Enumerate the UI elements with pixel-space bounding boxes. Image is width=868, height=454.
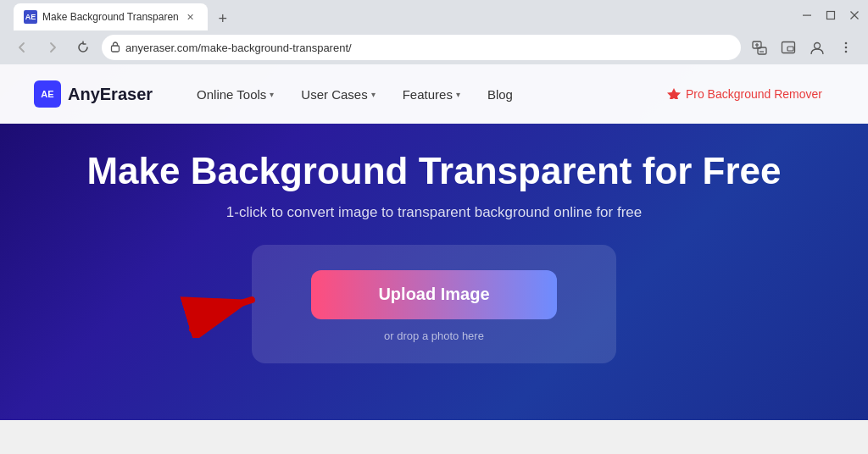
online-tools-label: Online Tools [197, 87, 266, 102]
hero-title: Make Background Transparent for Free [86, 149, 781, 194]
online-tools-chevron-icon: ▾ [270, 90, 274, 99]
browser-chrome: AE Make Background Transparen ✕ + [0, 0, 868, 64]
tab-bar: AE Make Background Transparen ✕ + [7, 0, 242, 30]
pip-button[interactable] [776, 36, 800, 59]
online-tools-menu[interactable]: Online Tools ▾ [186, 80, 284, 108]
logo-icon: AE [34, 80, 61, 108]
svg-point-14 [845, 47, 848, 49]
svg-rect-0 [803, 15, 811, 16]
user-cases-menu[interactable]: User Cases ▾ [291, 80, 385, 108]
logo-text: AnyEraser [68, 85, 153, 104]
pro-background-remover-button[interactable]: Pro Background Remover [655, 80, 834, 108]
active-tab[interactable]: AE Make Background Transparen ✕ [14, 3, 208, 30]
upload-area: Upload Image or drop a photo here [252, 245, 616, 363]
tab-title: Make Background Transparen [42, 11, 179, 23]
upload-image-button[interactable]: Upload Image [311, 270, 557, 319]
more-button[interactable] [834, 36, 858, 59]
window-controls [800, 8, 861, 22]
svg-point-13 [845, 42, 848, 45]
translate-button[interactable] [748, 36, 771, 59]
new-tab-button[interactable]: + [211, 7, 235, 30]
back-button[interactable] [10, 36, 34, 59]
upload-image-label: Upload Image [378, 285, 489, 304]
close-button[interactable] [848, 8, 861, 22]
pro-icon [667, 87, 681, 102]
pro-label: Pro Background Remover [686, 87, 822, 101]
arrow-indicator [175, 262, 277, 338]
tab-close-button[interactable]: ✕ [184, 10, 198, 24]
title-bar: AE Make Background Transparen ✕ + [0, 0, 868, 30]
features-menu[interactable]: Features ▾ [392, 80, 470, 108]
lock-icon [110, 41, 120, 55]
drop-text: or drop a photo here [384, 329, 484, 342]
svg-point-12 [815, 43, 821, 49]
forward-button[interactable] [41, 36, 64, 59]
features-chevron-icon: ▾ [456, 90, 460, 99]
blog-link[interactable]: Blog [477, 80, 523, 108]
navbar: AE AnyEraser Online Tools ▾ User Cases ▾… [0, 64, 868, 124]
nav-items: Online Tools ▾ User Cases ▾ Features ▾ B… [186, 80, 655, 108]
svg-point-15 [845, 51, 848, 53]
address-text: anyeraser.com/make-background-transparen… [125, 42, 352, 54]
profile-button[interactable] [805, 36, 829, 59]
svg-rect-1 [827, 12, 835, 19]
address-bar-row: anyeraser.com/make-background-transparen… [0, 30, 868, 64]
user-cases-chevron-icon: ▾ [371, 90, 376, 99]
minimize-button[interactable] [800, 8, 814, 22]
blog-label: Blog [487, 87, 513, 102]
website-content: AE AnyEraser Online Tools ▾ User Cases ▾… [0, 64, 868, 420]
hero-subtitle: 1-click to convert image to transparent … [226, 204, 642, 221]
reload-button[interactable] [71, 36, 95, 59]
address-bar[interactable]: anyeraser.com/make-background-transparen… [102, 35, 741, 60]
logo[interactable]: AE AnyEraser [34, 80, 153, 108]
user-cases-label: User Cases [301, 87, 367, 102]
browser-actions [748, 36, 858, 59]
hero-section: Make Background Transparent for Free 1-c… [0, 124, 868, 363]
features-label: Features [403, 87, 453, 102]
svg-rect-4 [112, 46, 120, 52]
svg-rect-11 [787, 47, 793, 51]
tab-favicon: AE [24, 10, 37, 24]
restore-button[interactable] [824, 8, 837, 22]
svg-marker-16 [667, 88, 681, 99]
